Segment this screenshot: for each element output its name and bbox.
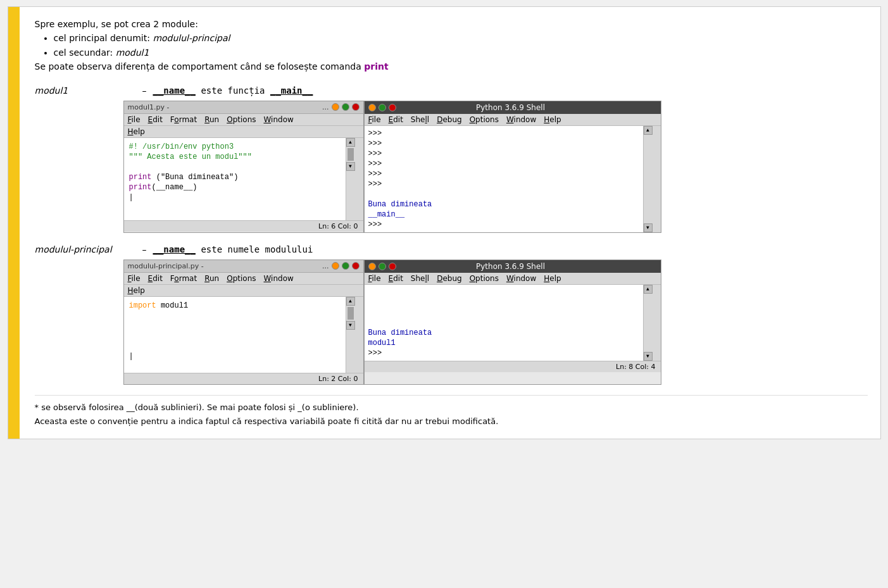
scroll2-down[interactable]: ▼ — [346, 321, 355, 330]
shell1-scrollbar[interactable]: ▲ ▼ — [643, 126, 652, 232]
editor2-menubar: File Edit Format Run Options Window — [124, 273, 363, 285]
e2-menu-window[interactable]: Window — [264, 274, 294, 283]
minimize-btn[interactable] — [332, 103, 339, 111]
editor2-minimize[interactable] — [332, 262, 339, 270]
intro-line1: Spre exemplu, se pot crea 2 module: — [35, 17, 868, 31]
windows-row2: modulul-principal.py - ... File Edit For… — [123, 260, 868, 385]
footer-line1: * se observă folosirea __(două sublinier… — [35, 401, 868, 415]
e2-menu-file[interactable]: File — [128, 274, 141, 283]
section2-dash: – — [142, 244, 147, 254]
shell2-minimize[interactable] — [368, 263, 376, 270]
e2-menu-run[interactable]: Run — [204, 274, 219, 283]
editor1-code[interactable]: #! /usr/bin/env python3 """ Acesta este … — [124, 138, 363, 220]
shell-menu-debug[interactable]: Debug — [437, 115, 461, 124]
scroll-thumb[interactable] — [347, 148, 354, 161]
content: Spre exemplu, se pot crea 2 module: cel … — [35, 17, 868, 428]
code2-empty1 — [129, 311, 349, 321]
intro-bullet1: cel principal denumit: modulul-principal — [54, 31, 868, 45]
footer-line2: Aceasta este o convenție pentru a indica… — [35, 415, 868, 428]
shell2-empty3 — [368, 308, 648, 318]
shell2-scroll-up[interactable]: ▲ — [644, 285, 653, 294]
menu-options[interactable]: Options — [227, 115, 256, 124]
shell2-empty1 — [368, 287, 648, 297]
code-line-cursor: | — [129, 192, 349, 203]
shell-prompt-6: >>> — [368, 179, 648, 189]
editor2-window: modulul-principal.py - ... File Edit For… — [123, 260, 364, 385]
section2-desc: __name__ este numele modulului — [153, 244, 313, 254]
shell1-close[interactable] — [389, 104, 396, 111]
dots-label2: ... — [322, 262, 329, 270]
shell2-title: Python 3.6.9 Shell — [396, 262, 625, 271]
scroll-up[interactable]: ▲ — [346, 138, 355, 147]
close-btn[interactable] — [352, 103, 360, 111]
intro-line2: Se poate observa diferența de comportame… — [35, 59, 868, 73]
e2-menu-edit[interactable]: Edit — [148, 274, 163, 283]
menu-help[interactable]: Help — [128, 127, 145, 136]
scroll-down[interactable]: ▼ — [346, 162, 355, 171]
shell1-maximize[interactable] — [378, 104, 386, 111]
shell-menu-window[interactable]: Window — [506, 115, 536, 124]
s2-menu-edit[interactable]: Edit — [389, 274, 403, 283]
shell-menu-edit[interactable]: Edit — [389, 115, 403, 124]
s2-menu-file[interactable]: File — [368, 274, 381, 283]
editor2-maximize[interactable] — [342, 262, 349, 270]
scrollbar1[interactable]: ▲ ▼ — [346, 138, 354, 220]
editor2-title: modulul-principal.py - — [128, 262, 204, 270]
scroll2-up[interactable]: ▲ — [346, 297, 355, 306]
shell1-window: Python 3.6.9 Shell File Edit Shell Debug… — [364, 101, 661, 233]
s2-menu-options[interactable]: Options — [470, 274, 499, 283]
editor1-window: modul1.py - ... File Edit Format Run Opt… — [123, 101, 364, 233]
menu-edit[interactable]: Edit — [148, 115, 163, 124]
shell-menu-file[interactable]: File — [368, 115, 381, 124]
e2-menu-format[interactable]: Format — [170, 274, 197, 283]
s2-menu-help[interactable]: Help — [544, 274, 561, 283]
shell-empty1 — [368, 189, 648, 199]
shell1-minimize[interactable] — [368, 104, 376, 111]
e2-menu-options[interactable]: Options — [227, 274, 256, 283]
modul-principal-name: modulul-principal — [153, 33, 230, 43]
dots-label: ... — [322, 103, 329, 111]
shell-menu-help[interactable]: Help — [544, 115, 561, 124]
windows-row1: modul1.py - ... File Edit Format Run Opt… — [123, 101, 868, 233]
shell1-scroll-up[interactable]: ▲ — [644, 126, 653, 135]
editor1-titlebar: modul1.py - ... — [124, 101, 363, 114]
editor2-close[interactable] — [352, 262, 360, 270]
shell2-statusbar: Ln: 8 Col: 4 — [365, 361, 661, 372]
shell1-content: >>> >>> >>> >>> >>> >>> Buna dimineata _… — [365, 126, 661, 232]
editor2-titlebar: modulul-principal.py - ... — [124, 260, 363, 273]
shell-output2: __main__ — [368, 210, 648, 220]
code-line-shebang: #! /usr/bin/env python3 — [129, 142, 349, 152]
shell1-scroll-down[interactable]: ▼ — [644, 223, 653, 232]
menu-file[interactable]: File — [128, 115, 141, 124]
shell-prompt-1: >>> — [368, 128, 648, 139]
code-line-print2: print(__name__) — [129, 182, 349, 192]
shell2-maximize[interactable] — [378, 263, 386, 270]
menu-run[interactable]: Run — [204, 115, 219, 124]
section1-desc: __name__ este funcția __main__ — [153, 85, 313, 96]
editor2-code[interactable]: import modul1 | ▲ ▼ — [124, 297, 363, 373]
editor1-title: modul1.py - — [128, 103, 170, 111]
shell2-scroll-down[interactable]: ▼ — [644, 352, 653, 361]
shell-prompt-5: >>> — [368, 169, 648, 179]
shell-menu-options[interactable]: Options — [470, 115, 499, 124]
s2-menu-debug[interactable]: Debug — [437, 274, 461, 283]
shell2-final-prompt: >>> — [368, 348, 648, 358]
code2-cursor: | — [129, 351, 349, 361]
shell2-close[interactable] — [389, 263, 396, 270]
menu-window[interactable]: Window — [264, 115, 294, 124]
shell-prompt-2: >>> — [368, 139, 648, 149]
shell2-output2: modul1 — [368, 338, 648, 348]
menu-format[interactable]: Format — [170, 115, 197, 124]
scroll2-thumb[interactable] — [347, 307, 354, 320]
modul1-name: modul1 — [116, 47, 149, 58]
shell-menu-shell[interactable]: Shell — [411, 115, 429, 124]
shell2-empty2 — [368, 297, 648, 308]
s2-menu-shell[interactable]: Shell — [411, 274, 429, 283]
shell2-scrollbar[interactable]: ▲ ▼ — [643, 285, 652, 361]
shell1-menubar: File Edit Shell Debug Options Window Hel… — [365, 114, 661, 126]
s2-menu-window[interactable]: Window — [506, 274, 536, 283]
maximize-btn[interactable] — [342, 103, 349, 111]
e2-menu-help[interactable]: Help — [128, 286, 145, 295]
scrollbar2[interactable]: ▲ ▼ — [346, 297, 354, 373]
code2-empty4 — [129, 341, 349, 351]
